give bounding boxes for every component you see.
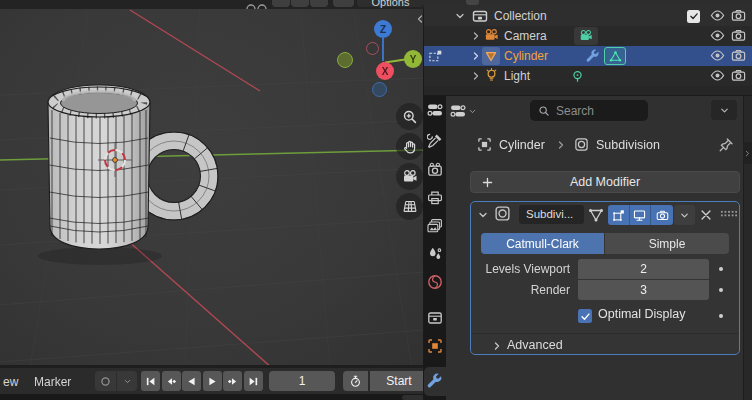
chevron-right-icon[interactable] [470, 70, 482, 82]
display-in-render-toggle[interactable] [651, 205, 673, 225]
mesh-data-badge[interactable] [604, 47, 626, 65]
exclude-checkbox[interactable] [687, 10, 700, 23]
gizmo-y-axis[interactable]: Y [404, 50, 422, 68]
tab-collection[interactable] [427, 310, 443, 326]
chevron-right-icon[interactable] [470, 30, 482, 42]
zoom-button[interactable] [396, 103, 423, 130]
optimal-display-label[interactable]: Optimal Display [598, 307, 686, 321]
tab-scene[interactable] [427, 246, 443, 262]
disable-in-renders-toggle[interactable] [731, 68, 746, 83]
optimal-display-checkbox[interactable] [578, 309, 592, 323]
breadcrumb-panel[interactable]: Subdivision [596, 134, 660, 156]
disable-in-renders-toggle[interactable] [731, 28, 746, 43]
catmull-clark-button[interactable]: Catmull-Clark [481, 233, 604, 254]
use-preview-range-button[interactable] [343, 371, 368, 391]
camera-view-button[interactable] [396, 163, 423, 190]
gizmo-x-axis[interactable]: X [376, 62, 394, 80]
outliner-row-collection[interactable]: Collection [424, 6, 752, 26]
gizmo-neg-y-axis[interactable] [337, 52, 353, 68]
disable-in-renders-toggle[interactable] [731, 48, 746, 63]
overflow-arrow[interactable] [743, 142, 752, 164]
outliner-row-light[interactable]: Light [424, 66, 752, 86]
cylinder-label[interactable]: Cylinder [504, 46, 548, 66]
hide-in-viewport-toggle[interactable] [710, 68, 725, 83]
hand-icon [402, 139, 418, 155]
3d-viewport[interactable]: Options Z Y X [0, 0, 424, 365]
delete-modifier-button[interactable] [699, 208, 713, 222]
current-frame-field[interactable]: 1 [269, 371, 335, 391]
jump-to-start-button[interactable] [141, 371, 160, 391]
tab-output[interactable] [427, 190, 443, 206]
camera-data-icon [579, 29, 593, 43]
advanced-expand-chevron[interactable] [491, 340, 503, 352]
animate-dot[interactable] [719, 314, 723, 318]
on-cage-toggle[interactable] [588, 207, 604, 223]
display-in-viewport-toggle[interactable] [630, 205, 652, 225]
menu-view[interactable]: ew [3, 369, 18, 395]
collection-label[interactable]: Collection [494, 6, 547, 26]
tab-modifiers-active[interactable] [427, 373, 443, 389]
hide-in-viewport-toggle[interactable] [710, 48, 725, 63]
camera-data-badge[interactable] [574, 27, 598, 45]
disable-in-renders-toggle[interactable] [731, 8, 746, 23]
camera-label[interactable]: Camera [504, 26, 547, 46]
advanced-subpanel-label[interactable]: Advanced [507, 338, 563, 352]
hide-in-viewport-toggle[interactable] [710, 8, 725, 23]
outliner-row-camera[interactable]: Camera [424, 26, 752, 46]
header-options-dropdown[interactable] [711, 100, 737, 120]
prev-keyframe-button[interactable] [162, 371, 181, 391]
editor-divider-horizontal[interactable] [424, 95, 752, 96]
overlays-button[interactable] [333, 0, 354, 7]
timeline-scrollbar[interactable] [402, 395, 424, 400]
render-levels-field[interactable]: 3 [578, 280, 709, 300]
select-box-icon [428, 49, 443, 64]
add-modifier-button[interactable]: Add Modifier [470, 171, 740, 193]
hide-in-viewport-toggle[interactable] [710, 28, 725, 43]
light-data-icon[interactable] [570, 69, 585, 84]
gizmo-neg-z-axis[interactable] [372, 82, 387, 97]
gizmo-toggle-button[interactable] [310, 0, 328, 7]
drag-handle[interactable] [720, 210, 737, 217]
breadcrumb-object[interactable]: Cylinder [499, 134, 545, 156]
modifier-name-field[interactable]: Subdivi... [519, 205, 584, 224]
play-reverse-button[interactable] [182, 371, 201, 391]
animate-dot[interactable] [719, 288, 723, 292]
levels-viewport-field[interactable]: 2 [578, 259, 709, 279]
outliner-row-cylinder[interactable]: Cylinder [424, 46, 752, 66]
proportional-edit-button[interactable] [272, 0, 290, 7]
chevron-right-icon[interactable] [470, 50, 482, 62]
options-menu[interactable]: Options [357, 0, 424, 7]
tab-tool[interactable] [427, 133, 443, 149]
display-in-editmode-toggle[interactable] [608, 205, 630, 225]
search-input[interactable]: Search [530, 100, 648, 121]
editor-type-button[interactable] [450, 101, 484, 121]
tab-view-layer[interactable] [427, 218, 443, 234]
gizmo-z-axis[interactable]: Z [374, 20, 392, 38]
sidebar-collapse-arrow[interactable] [414, 12, 424, 26]
frame-start-field[interactable]: Start [370, 371, 424, 391]
snap-toggle-button[interactable] [291, 0, 309, 7]
next-keyframe-button[interactable] [223, 371, 242, 391]
panel-expand-chevron[interactable] [477, 209, 489, 221]
light-label[interactable]: Light [504, 66, 530, 86]
blender-window: Options Z Y X ew Marker [0, 0, 752, 400]
animate-dot[interactable] [719, 267, 723, 271]
tab-world[interactable] [427, 274, 443, 290]
chevron-down-icon[interactable] [454, 10, 466, 22]
tab-render[interactable] [427, 162, 443, 178]
jump-to-end-button[interactable] [244, 371, 263, 391]
tab-object[interactable] [427, 338, 443, 354]
play-reverse-icon [186, 376, 197, 387]
auto-keying-control[interactable] [95, 371, 137, 391]
modifier-wrench-icon[interactable] [586, 49, 600, 63]
gizmo-neg-x-axis[interactable] [366, 42, 379, 55]
pin-icon[interactable] [718, 137, 734, 153]
play-button[interactable] [203, 371, 222, 391]
simple-button[interactable]: Simple [605, 233, 729, 254]
snap-icon[interactable] [246, 1, 268, 9]
menu-marker[interactable]: Marker [34, 369, 71, 395]
pan-button[interactable] [396, 133, 423, 160]
modifier-extras-dropdown[interactable] [674, 205, 695, 225]
orthographic-button[interactable] [396, 193, 423, 220]
properties-editor-icon[interactable] [427, 102, 443, 118]
